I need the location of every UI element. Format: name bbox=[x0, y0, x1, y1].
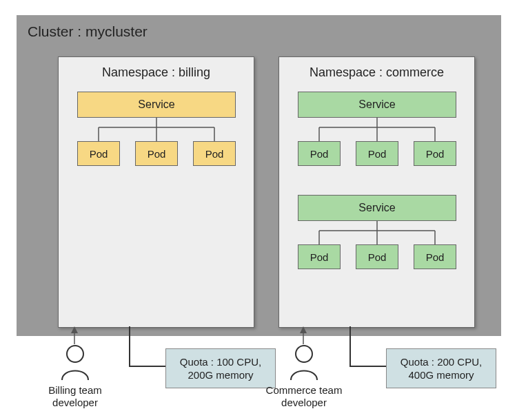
service-group: Service Pod Pod Pod bbox=[298, 195, 456, 269]
namespace-title: Namespace : billing bbox=[59, 65, 254, 80]
pods-row: Pod Pod Pod bbox=[298, 141, 456, 166]
service-box: Service bbox=[298, 195, 456, 221]
service-group: Service Pod Pod Pod bbox=[77, 92, 236, 166]
service-pod-connector bbox=[298, 118, 456, 141]
developer-label: Commerce team developer bbox=[259, 384, 349, 409]
namespace-billing: Namespace : billing Service Pod Pod Pod bbox=[58, 56, 254, 328]
cluster-title: Cluster : mycluster bbox=[28, 23, 148, 40]
service-box: Service bbox=[77, 92, 236, 118]
pod-box: Pod bbox=[356, 244, 398, 269]
pod-box: Pod bbox=[414, 244, 456, 269]
pods-row: Pod Pod Pod bbox=[77, 141, 236, 166]
person-icon bbox=[59, 343, 91, 381]
service-pod-connector bbox=[298, 221, 456, 244]
svg-point-1 bbox=[296, 346, 312, 362]
pod-box: Pod bbox=[77, 141, 120, 166]
namespace-title: Namespace : commerce bbox=[279, 65, 474, 80]
quota-box-billing: Quota : 100 CPU, 200G memory bbox=[165, 348, 276, 388]
quota-box-commerce: Quota : 200 CPU, 400G memory bbox=[386, 348, 496, 388]
pods-row: Pod Pod Pod bbox=[298, 244, 456, 269]
service-pod-connector bbox=[77, 118, 236, 141]
pod-box: Pod bbox=[356, 141, 398, 166]
pod-box: Pod bbox=[135, 141, 178, 166]
svg-point-0 bbox=[67, 346, 83, 362]
developer-label: Billing team developer bbox=[30, 384, 120, 409]
service-group: Service Pod Pod Pod bbox=[298, 92, 456, 166]
pod-box: Pod bbox=[414, 141, 456, 166]
person-icon bbox=[288, 343, 320, 381]
service-box: Service bbox=[298, 92, 456, 118]
pod-box: Pod bbox=[193, 141, 236, 166]
cluster-box: Cluster : mycluster Namespace : billing … bbox=[17, 15, 501, 336]
namespace-commerce: Namespace : commerce Service Pod Pod Pod… bbox=[278, 56, 475, 328]
pod-box: Pod bbox=[298, 244, 341, 269]
pod-box: Pod bbox=[298, 141, 341, 166]
